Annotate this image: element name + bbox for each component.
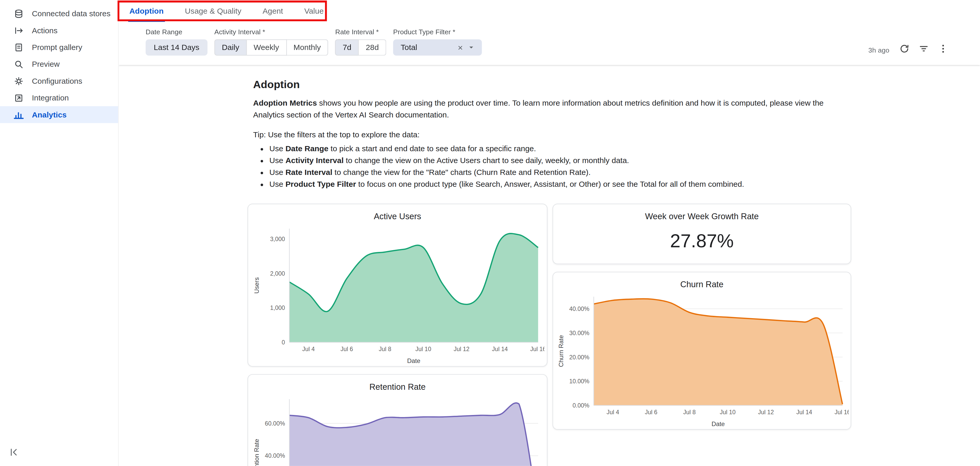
tab-agent[interactable]: Agent [261, 0, 284, 22]
svg-text:Jul 10: Jul 10 [415, 346, 431, 352]
churn-rate-card: Churn Rate 0.00%10.00%20.00%30.00%40.00%… [552, 272, 851, 430]
sidebar-item-prompt-gallery[interactable]: Prompt gallery [0, 39, 118, 55]
svg-text:30.00%: 30.00% [569, 330, 589, 336]
tab-label: Adoption [129, 6, 164, 15]
list-item: Use Rate Interval to change the view for… [269, 166, 980, 178]
svg-text:Jul 8: Jul 8 [683, 409, 696, 415]
analytics-icon [14, 110, 24, 120]
svg-text:2,000: 2,000 [270, 270, 285, 277]
tab-adoption[interactable]: Adoption [128, 0, 165, 22]
sidebar-item-preview[interactable]: Preview [0, 55, 118, 72]
activity-interval-daily-button[interactable]: Daily [215, 40, 247, 55]
tip-text: Tip: Use the filters at the top to explo… [253, 130, 980, 139]
svg-text:20.00%: 20.00% [569, 354, 589, 361]
svg-text:60.00%: 60.00% [265, 420, 285, 427]
preview-icon [14, 59, 24, 69]
rate-interval-7d-button[interactable]: 7d [335, 40, 359, 55]
sidebar-item-label: Integration [32, 93, 69, 102]
svg-text:Jul 4: Jul 4 [606, 409, 619, 415]
sidebar-item-analytics[interactable]: Analytics [0, 106, 118, 123]
tab-usage-quality[interactable]: Usage & Quality [183, 0, 243, 22]
svg-text:Date: Date [711, 420, 725, 427]
sidebar-item-label: Preview [32, 60, 60, 68]
clear-filter-icon[interactable] [455, 44, 466, 51]
collapse-sidebar-button[interactable] [9, 447, 21, 460]
svg-text:Churn Rate: Churn Rate [558, 335, 565, 367]
svg-text:Jul 16: Jul 16 [835, 409, 849, 415]
sidebar-item-label: Actions [32, 26, 57, 35]
tab-label: Value [304, 6, 323, 15]
more-options-button[interactable] [937, 43, 949, 56]
svg-text:Jul 4: Jul 4 [302, 346, 315, 352]
churn-rate-chart: 0.00%10.00%20.00%30.00%40.00%Jul 4Jul 6J… [555, 290, 849, 428]
tab-label: Usage & Quality [185, 6, 241, 15]
data-stores-icon [14, 8, 24, 19]
collapse-panel-icon [9, 449, 19, 459]
tab-bar: Adoption Usage & Quality Agent Value [119, 0, 980, 22]
svg-text:Users: Users [253, 277, 260, 294]
product-type-filter[interactable]: Total [393, 40, 482, 55]
svg-text:Jul 8: Jul 8 [379, 346, 391, 352]
last-refreshed: 3h ago [869, 46, 889, 53]
svg-text:0.00%: 0.00% [573, 403, 589, 409]
sidebar-item-label: Prompt gallery [32, 43, 82, 52]
chart-title: Active Users [248, 212, 547, 221]
product-type-value: Total [401, 43, 455, 52]
svg-text:40.00%: 40.00% [265, 453, 285, 459]
svg-text:Date: Date [407, 357, 420, 364]
configurations-icon [14, 76, 24, 86]
retention-rate-card: Retention Rate 0.00%20.00%40.00%60.00%Ju… [247, 374, 547, 466]
activity-interval-weekly-button[interactable]: Weekly [247, 40, 286, 55]
svg-text:Jul 6: Jul 6 [645, 409, 657, 415]
rate-interval-28d-button[interactable]: 28d [359, 40, 386, 55]
chart-title: Retention Rate [248, 382, 547, 392]
toolbar-right: 3h ago [869, 43, 980, 56]
svg-text:3,000: 3,000 [270, 236, 285, 243]
retention-rate-chart: 0.00%20.00%40.00%60.00%Jul 4Jul 6Jul 8Ju… [251, 393, 544, 466]
date-range-button[interactable]: Last 14 Days [146, 40, 207, 55]
actions-icon [14, 25, 24, 35]
main-area: Adoption Usage & Quality Agent Value Dat… [119, 0, 980, 466]
intro-bold: Adoption Metrics [253, 99, 317, 108]
sidebar-item-integration[interactable]: Integration [0, 89, 118, 106]
svg-text:10.00%: 10.00% [569, 378, 589, 385]
header: Adoption Usage & Quality Agent Value Dat… [119, 0, 980, 65]
svg-text:Jul 12: Jul 12 [453, 346, 469, 352]
sidebar-item-configurations[interactable]: Configurations [0, 72, 118, 89]
sidebar-nav: Connected data stores Actions Prompt gal… [0, 5, 118, 123]
content-area: Adoption Adoption Metrics shows you how … [119, 65, 980, 466]
svg-text:0: 0 [282, 339, 285, 346]
intro-text: Adoption Metrics shows you how people ar… [253, 97, 831, 122]
sidebar-item-actions[interactable]: Actions [0, 22, 118, 39]
tab-value[interactable]: Value [303, 0, 325, 22]
svg-text:Jul 6: Jul 6 [340, 346, 353, 352]
filter-toolbar: Date Range Last 14 Days Activity Interva… [119, 22, 980, 65]
activity-interval-monthly-button[interactable]: Monthly [286, 40, 328, 55]
active-users-chart: 01,0002,0003,000Jul 4Jul 6Jul 8Jul 10Jul… [251, 223, 544, 365]
intro-rest: shows you how people are using the produ… [253, 99, 824, 119]
tab-label: Agent [262, 6, 283, 15]
refresh-button[interactable] [899, 43, 910, 56]
more-vertical-icon [938, 44, 948, 55]
filter-list-icon [919, 44, 929, 55]
page-title: Adoption [253, 79, 980, 91]
rate-interval-label: Rate Interval * [335, 28, 386, 36]
svg-text:Jul 14: Jul 14 [492, 346, 508, 352]
date-range-label: Date Range [146, 28, 207, 36]
charts-right-column: Week over Week Growth Rate 27.87% Churn … [552, 204, 851, 466]
sidebar-item-label: Configurations [32, 76, 82, 85]
list-item: Use Date Range to pick a start and end d… [269, 143, 980, 154]
sidebar-item-label: Connected data stores [32, 9, 111, 18]
list-item: Use Product Type Filter to focus on one … [269, 179, 980, 190]
product-type-filter-label: Product Type Filter * [393, 28, 482, 36]
sidebar-item-label: Analytics [32, 110, 67, 119]
sidebar-item-connected-data-stores[interactable]: Connected data stores [0, 5, 118, 22]
growth-rate-value: 27.87% [553, 231, 851, 252]
rate-interval-group: Rate Interval * 7d 28d [335, 28, 386, 55]
refresh-icon [899, 44, 909, 55]
active-users-card: Active Users 01,0002,0003,000Jul 4Jul 6J… [247, 204, 547, 367]
svg-text:Jul 14: Jul 14 [796, 409, 812, 415]
chevron-down-icon[interactable] [466, 44, 477, 51]
filter-button[interactable] [918, 43, 929, 56]
charts-left-column: Active Users 01,0002,0003,000Jul 4Jul 6J… [247, 204, 547, 466]
